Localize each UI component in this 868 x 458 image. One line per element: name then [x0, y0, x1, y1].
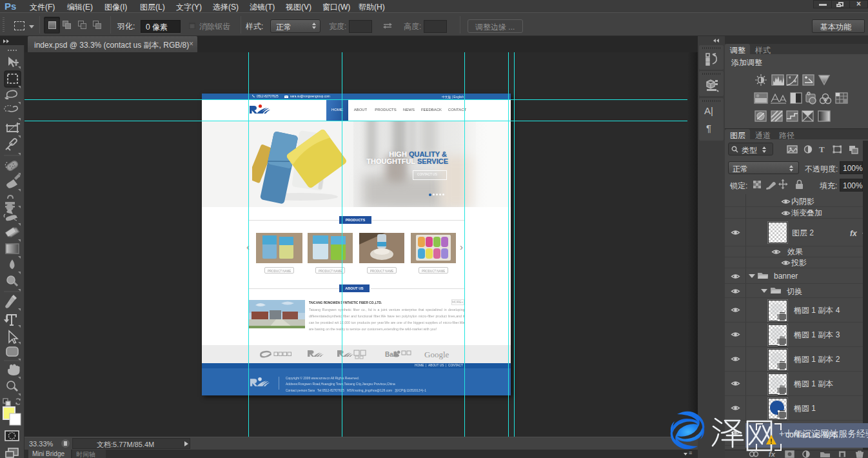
- svg-text:Google: Google: [424, 350, 449, 359]
- svg-text:Bai: Bai: [385, 351, 395, 358]
- svg-text:T: T: [819, 144, 825, 154]
